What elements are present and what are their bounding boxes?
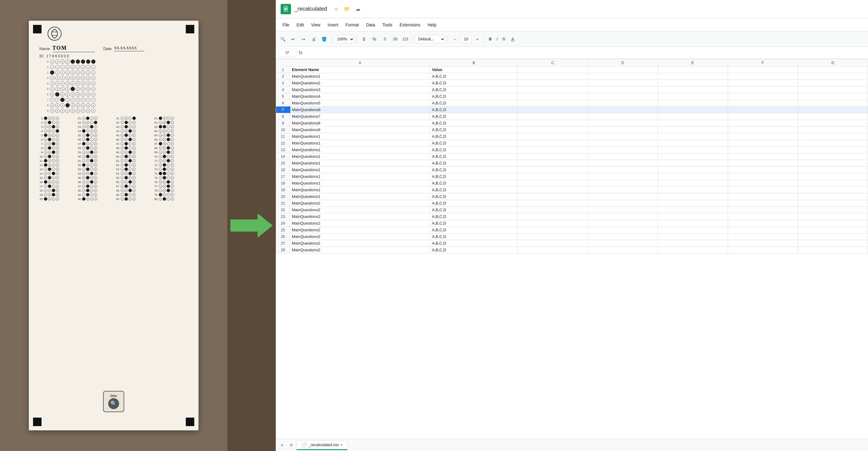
- grid-cell-b2[interactable]: A,B,C,D: [430, 73, 518, 80]
- font-select[interactable]: Default... Arial: [415, 35, 445, 44]
- font-size-decrease-button[interactable]: −: [451, 35, 460, 44]
- undo-button[interactable]: ↩: [288, 35, 298, 44]
- grid-cell-f10[interactable]: [728, 126, 798, 133]
- decimal-decrease-button[interactable]: .0: [380, 35, 389, 44]
- grid-cell-g9[interactable]: [798, 120, 868, 126]
- grid-cell-e5[interactable]: [658, 93, 728, 100]
- grid-cell-e21[interactable]: [658, 200, 728, 207]
- sheet-menu-button[interactable]: ≡: [287, 441, 295, 449]
- row-header[interactable]: 1: [276, 66, 290, 73]
- menu-help[interactable]: Help: [425, 21, 439, 29]
- grid-cell-e20[interactable]: [658, 193, 728, 200]
- grid-cell-d26[interactable]: [588, 233, 658, 240]
- grid-cell-b28[interactable]: A,B,C,D: [430, 247, 518, 253]
- grid-cell-d10[interactable]: [588, 126, 658, 133]
- grid-cell-c7[interactable]: [518, 107, 588, 113]
- grid-cell-d3[interactable]: [588, 80, 658, 86]
- grid-cell-c8[interactable]: [518, 113, 588, 120]
- grid-cell-a14[interactable]: MainQuestions1: [290, 153, 430, 160]
- grid-cell-c13[interactable]: [518, 147, 588, 153]
- grid-cell-d28[interactable]: [588, 247, 658, 253]
- grid-cell-a23[interactable]: MainQuestions2: [290, 214, 430, 220]
- number-format-button[interactable]: 123: [401, 35, 410, 44]
- grid-cell-d25[interactable]: [588, 227, 658, 233]
- grid-cell-e8[interactable]: [658, 113, 728, 120]
- grid-cell-e19[interactable]: [658, 187, 728, 193]
- grid-cell-c11[interactable]: [518, 133, 588, 140]
- menu-edit[interactable]: Edit: [294, 21, 307, 29]
- col-header-e[interactable]: E: [658, 59, 728, 66]
- grid-cell-f21[interactable]: [728, 200, 798, 207]
- grid-cell-f12[interactable]: [728, 140, 798, 147]
- grid-cell-b9[interactable]: A,B,C,D: [430, 120, 518, 126]
- grid-cell-g4[interactable]: [798, 86, 868, 93]
- grid-cell-a16[interactable]: MainQuestions1: [290, 167, 430, 173]
- grid-cell-f27[interactable]: [728, 240, 798, 247]
- strikethrough-button[interactable]: S: [501, 35, 507, 44]
- grid-cell-e7[interactable]: [658, 107, 728, 113]
- grid-cell-c10[interactable]: [518, 126, 588, 133]
- grid-cell-c19[interactable]: [518, 187, 588, 193]
- grid-cell-b11[interactable]: A,B,C,D: [430, 133, 518, 140]
- grid-cell-f15[interactable]: [728, 160, 798, 167]
- grid-cell-c4[interactable]: [518, 86, 588, 93]
- grid-cell-b26[interactable]: A,B,C,D: [430, 233, 518, 240]
- grid-cell-d23[interactable]: [588, 214, 658, 220]
- menu-extensions[interactable]: Extensions: [396, 21, 423, 29]
- row-header[interactable]: 14: [276, 153, 290, 160]
- grid-cell-a6[interactable]: MainQuestions5: [290, 100, 430, 107]
- grid-cell-g7[interactable]: [798, 107, 868, 113]
- grid-cell-a7[interactable]: MainQuestions6: [290, 107, 430, 113]
- grid-cell-b13[interactable]: A,B,C,D: [430, 147, 518, 153]
- decimal-increase-button[interactable]: .00: [390, 35, 399, 44]
- grid-cell-g10[interactable]: [798, 126, 868, 133]
- grid-cell-d24[interactable]: [588, 220, 658, 227]
- menu-file[interactable]: File: [279, 21, 292, 29]
- grid-cell-b23[interactable]: A,B,C,D: [430, 214, 518, 220]
- grid-cell-g26[interactable]: [798, 233, 868, 240]
- row-header[interactable]: 13: [276, 147, 290, 153]
- grid-cell-a11[interactable]: MainQuestions1: [290, 133, 430, 140]
- grid-cell-b21[interactable]: A,B,C,D: [430, 200, 518, 207]
- grid-cell-g8[interactable]: [798, 113, 868, 120]
- grid-cell-c26[interactable]: [518, 233, 588, 240]
- grid-cell-d22[interactable]: [588, 207, 658, 214]
- grid-cell-d2[interactable]: [588, 73, 658, 80]
- grid-cell-g20[interactable]: [798, 193, 868, 200]
- grid-cell-d20[interactable]: [588, 193, 658, 200]
- grid-cell-d18[interactable]: [588, 180, 658, 187]
- currency-button[interactable]: $: [360, 35, 369, 44]
- grid-cell-b17[interactable]: A,B,C,D: [430, 173, 518, 180]
- grid-cell-f6[interactable]: [728, 100, 798, 107]
- grid-cell-b5[interactable]: A,B,C,D: [430, 93, 518, 100]
- italic-button[interactable]: I: [495, 35, 499, 44]
- grid-cell-f11[interactable]: [728, 133, 798, 140]
- grid-cell-d9[interactable]: [588, 120, 658, 126]
- grid-cell-b20[interactable]: A,B,C,D: [430, 193, 518, 200]
- grid-cell-e28[interactable]: [658, 247, 728, 253]
- grid-cell-b27[interactable]: A,B,C,D: [430, 240, 518, 247]
- add-sheet-button[interactable]: +: [278, 441, 286, 449]
- grid-cell-b25[interactable]: A,B,C,D: [430, 227, 518, 233]
- omr-app-icon[interactable]: Omr 🔍: [103, 391, 124, 412]
- sheet-tab-recalculated[interactable]: 📄 _recalculated.csv ▾: [297, 441, 347, 450]
- grid-cell-e22[interactable]: [658, 207, 728, 214]
- grid-cell-b15[interactable]: A,B,C,D: [430, 160, 518, 167]
- grid-cell-g23[interactable]: [798, 214, 868, 220]
- grid-cell-c24[interactable]: [518, 220, 588, 227]
- folder-icon[interactable]: 📁: [343, 5, 351, 13]
- grid-cell-e23[interactable]: [658, 214, 728, 220]
- grid-cell-a3[interactable]: MainQuestions2: [290, 80, 430, 86]
- grid-cell-e17[interactable]: [658, 173, 728, 180]
- row-header[interactable]: 7: [276, 107, 290, 113]
- grid-cell-a24[interactable]: MainQuestions2: [290, 220, 430, 227]
- grid-cell-a2[interactable]: MainQuestions1: [290, 73, 430, 80]
- grid-cell-e13[interactable]: [658, 147, 728, 153]
- grid-cell-g13[interactable]: [798, 147, 868, 153]
- grid-cell-d4[interactable]: [588, 86, 658, 93]
- grid-cell-e26[interactable]: [658, 233, 728, 240]
- grid-cell-g16[interactable]: [798, 167, 868, 173]
- grid-cell-g25[interactable]: [798, 227, 868, 233]
- print-button[interactable]: 🖨: [309, 35, 318, 44]
- grid-cell-e2[interactable]: [658, 73, 728, 80]
